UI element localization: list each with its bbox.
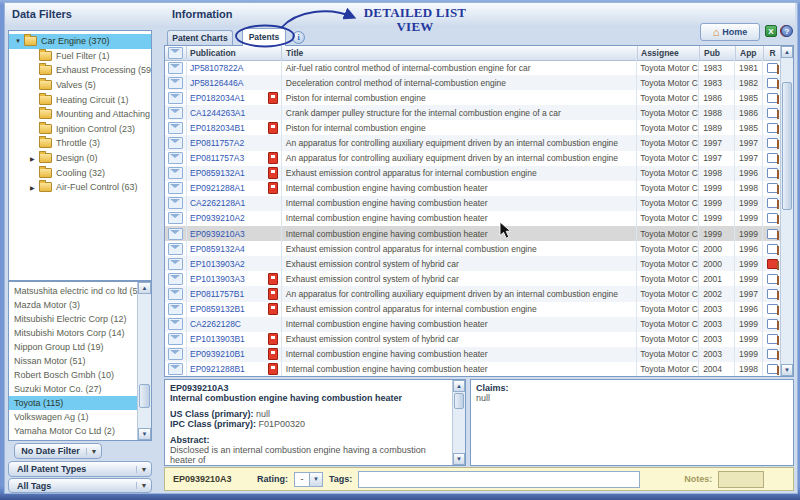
mail-icon[interactable] [168, 62, 183, 74]
table-row[interactable]: EP0939210A2 Internal combustion engine h… [165, 211, 781, 226]
pdf-icon[interactable] [268, 182, 278, 194]
pdf-icon[interactable] [268, 288, 278, 300]
flag-icon[interactable] [767, 244, 778, 254]
tree-item[interactable]: Ignition Control (23) [9, 122, 151, 137]
table-row[interactable]: EP0859132A1 Exhaust emission control app… [165, 166, 781, 181]
table-row[interactable]: EP0939210B1 Internal combustion engine h… [165, 347, 781, 362]
mail-icon[interactable] [168, 107, 183, 119]
scroll-thumb[interactable] [454, 393, 464, 409]
mail-icon[interactable] [168, 152, 183, 164]
mail-icon[interactable] [168, 122, 183, 134]
scroll-thumb[interactable] [139, 384, 150, 408]
flag-icon[interactable] [767, 63, 778, 73]
pdf-icon[interactable] [268, 273, 278, 285]
company-item[interactable]: Suzuki Motor Co. (27) [9, 382, 137, 396]
table-row[interactable]: EP0811757A3 An apparatus for controlling… [165, 151, 781, 166]
table-row[interactable]: EP0921288A1 Internal combustion engine h… [165, 181, 781, 196]
company-item[interactable]: Yamaha Motor Co Ltd (2) [9, 424, 137, 438]
detail-scrollbar[interactable]: ▲ ▼ [452, 380, 465, 465]
table-row[interactable]: CA1244263A1 Crank damper pulley structur… [165, 105, 781, 120]
assignee-column-header[interactable]: Assignee [638, 46, 700, 60]
flag-icon[interactable] [767, 198, 778, 208]
flag-icon[interactable] [767, 153, 778, 163]
pdf-icon[interactable] [268, 167, 278, 179]
table-row[interactable]: JP58107822A Air-fuel ratio control metho… [165, 60, 781, 75]
date-filter-button[interactable]: No Date Filter▼ [14, 443, 102, 459]
pdf-icon[interactable] [268, 303, 278, 315]
tree-item[interactable]: Mounting and Attaching (7) [9, 107, 151, 122]
mail-column-header[interactable] [165, 46, 187, 60]
flag-icon[interactable] [767, 168, 778, 178]
mail-icon[interactable] [168, 228, 183, 240]
flag-icon[interactable] [767, 274, 778, 284]
mail-icon[interactable] [168, 333, 183, 345]
flag-icon[interactable] [767, 138, 778, 148]
tree-item[interactable]: Fuel Filter (1) [9, 49, 151, 64]
mail-icon[interactable] [168, 273, 183, 285]
mail-icon[interactable] [168, 197, 183, 209]
table-row[interactable]: EP1013903B1 Exhaust emission control sys… [165, 332, 781, 347]
scroll-down-icon[interactable]: ▼ [138, 428, 151, 440]
flag-icon[interactable] [767, 334, 778, 344]
flag-icon[interactable] [767, 229, 778, 239]
mail-icon[interactable] [168, 303, 183, 315]
mail-icon[interactable] [168, 348, 183, 360]
table-scrollbar[interactable]: ▲ ▼ [780, 46, 793, 376]
mail-icon[interactable] [168, 212, 183, 224]
excel-export-icon[interactable]: X [765, 25, 777, 37]
chevron-down-icon[interactable]: ▼ [136, 482, 151, 489]
flag-icon[interactable] [767, 289, 778, 299]
company-item[interactable]: Mitsubishi Motors Corp (14) [9, 326, 137, 340]
tree-item[interactable]: Throttle (3) [9, 136, 151, 151]
table-row[interactable]: EP0811757B1 An apparatus for controlling… [165, 286, 781, 301]
help-icon[interactable]: ? [781, 25, 793, 37]
rating-dropdown[interactable]: - ▼ [294, 472, 323, 487]
publication-column-header[interactable]: Publication [187, 46, 282, 60]
pdf-icon[interactable] [268, 122, 278, 134]
table-row[interactable]: EP0859132B1 Exhaust emission control app… [165, 302, 781, 317]
mail-icon[interactable] [168, 92, 183, 104]
company-scrollbar[interactable]: ▲ ▼ [137, 282, 151, 440]
pdf-icon[interactable] [268, 348, 278, 360]
flag-icon[interactable] [767, 183, 778, 193]
table-row[interactable]: EP0939210A3 Internal combustion engine h… [165, 226, 781, 241]
company-item[interactable]: Robert Bosch Gmbh (10) [9, 368, 137, 382]
mail-icon[interactable] [168, 258, 183, 270]
pdf-icon[interactable] [268, 152, 278, 164]
flag-icon[interactable] [767, 123, 778, 133]
company-item[interactable]: Matsushita electric ind co ltd (5) [9, 284, 137, 298]
table-row[interactable]: EP0921288B1 Internal combustion engine h… [165, 362, 781, 377]
mail-icon[interactable] [168, 363, 183, 375]
pub-column-header[interactable]: Pub [700, 46, 736, 60]
company-item[interactable]: Nissan Motor (51) [9, 354, 137, 368]
info-icon[interactable]: i [292, 31, 305, 44]
table-row[interactable]: EP0182034A1 Piston for internal combusti… [165, 90, 781, 105]
flag-icon[interactable] [767, 304, 778, 314]
tree-item[interactable]: Cooling (32) [9, 165, 151, 180]
mail-icon[interactable] [168, 288, 183, 300]
tree-item[interactable]: ▶ Air-Fuel Control (63) [9, 180, 151, 195]
title-column-header[interactable]: Title [282, 46, 638, 60]
tree-expand-icon[interactable]: ▶ [30, 184, 39, 191]
scroll-thumb[interactable] [782, 82, 792, 210]
table-row[interactable]: EP1013903A2 Exhaust emission control sys… [165, 256, 781, 271]
scroll-down-icon[interactable]: ▼ [453, 453, 465, 465]
pdf-icon[interactable] [268, 333, 278, 345]
chevron-down-icon[interactable]: ▼ [136, 466, 151, 473]
table-row[interactable]: EP1013903A3 Exhaust emission control sys… [165, 271, 781, 286]
scroll-up-icon[interactable]: ▲ [781, 46, 793, 58]
tree-item[interactable]: Valves (5) [9, 78, 151, 93]
notes-input[interactable] [718, 471, 764, 488]
scroll-down-icon[interactable]: ▼ [781, 364, 793, 376]
table-row[interactable]: CA2262128A1 Internal combustion engine h… [165, 196, 781, 211]
company-item[interactable]: Nippon Group Ltd (19) [9, 340, 137, 354]
mail-icon[interactable] [168, 167, 183, 179]
mail-icon[interactable] [168, 318, 183, 330]
tree-item[interactable]: ▼ Car Engine (370) [9, 34, 151, 49]
flag-icon[interactable] [767, 319, 778, 329]
company-item[interactable]: Mazda Motor (3) [9, 298, 137, 312]
patent-types-button[interactable]: All Patent Types▼ [8, 461, 152, 477]
scroll-up-icon[interactable]: ▲ [138, 282, 151, 294]
all-tags-button[interactable]: All Tags▼ [8, 478, 152, 493]
table-row[interactable]: EP0182034B1 Piston for internal combusti… [165, 120, 781, 135]
